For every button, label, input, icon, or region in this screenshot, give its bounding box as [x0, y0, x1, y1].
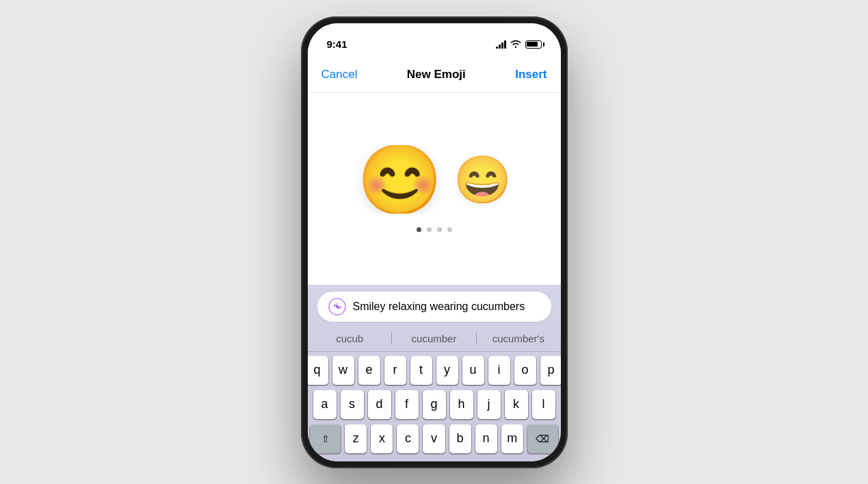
key-n[interactable]: n	[475, 424, 497, 453]
cancel-button[interactable]: Cancel	[321, 68, 358, 81]
insert-button[interactable]: Insert	[515, 68, 547, 81]
key-l[interactable]: l	[532, 390, 555, 419]
suggestion-1[interactable]: cucub	[308, 329, 392, 348]
status-bar: 9:41	[308, 23, 561, 58]
key-a[interactable]: a	[313, 390, 337, 419]
phone-frame: 9:41	[301, 16, 568, 468]
key-d[interactable]: d	[368, 390, 391, 419]
key-p[interactable]: p	[540, 356, 561, 385]
key-row-2: a s d f g h j k l	[311, 390, 558, 419]
wifi-icon	[510, 40, 521, 49]
keys-area: q w e r t y u i o p a s d f g h	[308, 352, 561, 461]
key-i[interactable]: i	[488, 356, 510, 385]
suggestions-row: cucub cucumber cucumber's	[308, 326, 561, 352]
battery-icon	[525, 40, 542, 49]
carousel-dots	[417, 227, 452, 232]
key-row-1: q w e r t y u i o p	[311, 356, 558, 385]
key-o[interactable]: o	[514, 356, 536, 385]
emoji-secondary-display: 😄	[453, 156, 512, 203]
dot-3[interactable]	[437, 227, 442, 232]
emoji-display-area: 😊 😄	[308, 93, 561, 285]
key-c[interactable]: c	[397, 424, 419, 453]
key-q[interactable]: q	[308, 356, 328, 385]
key-t[interactable]: t	[410, 356, 432, 385]
key-w[interactable]: w	[332, 356, 354, 385]
key-shift[interactable]: ⇧	[310, 424, 341, 453]
input-text: Smiley relaxing wearing cucumbers	[353, 301, 540, 313]
nav-bar: Cancel New Emoji Insert	[308, 58, 561, 93]
key-u[interactable]: u	[462, 356, 484, 385]
key-b[interactable]: b	[449, 424, 471, 453]
signal-icon	[496, 40, 506, 49]
phone-screen: 9:41	[308, 23, 561, 461]
key-m[interactable]: m	[501, 424, 523, 453]
input-row: Smiley relaxing wearing cucumbers	[308, 285, 561, 326]
key-r[interactable]: r	[384, 356, 406, 385]
keyboard-area: Smiley relaxing wearing cucumbers cucub …	[308, 285, 561, 461]
dot-1[interactable]	[417, 227, 421, 232]
key-row-3: ⇧ z x c v b n m ⌫	[311, 424, 558, 453]
key-g[interactable]: g	[423, 390, 446, 419]
suggestion-3[interactable]: cucumber's	[476, 329, 560, 348]
key-f[interactable]: f	[395, 390, 419, 419]
input-field[interactable]: Smiley relaxing wearing cucumbers	[317, 292, 551, 322]
key-z[interactable]: z	[345, 424, 367, 453]
key-k[interactable]: k	[505, 390, 528, 419]
key-h[interactable]: h	[450, 390, 473, 419]
key-e[interactable]: e	[358, 356, 380, 385]
dot-2[interactable]	[427, 227, 432, 232]
key-backspace[interactable]: ⌫	[527, 424, 558, 453]
emoji-main-display: 😊	[357, 145, 443, 214]
emoji-carousel: 😊 😄	[321, 145, 547, 214]
ai-icon	[328, 298, 346, 316]
suggestion-2[interactable]: cucumber	[392, 329, 476, 348]
key-j[interactable]: j	[477, 390, 501, 419]
page-title: New Emoji	[407, 68, 466, 81]
key-s[interactable]: s	[341, 390, 364, 419]
dot-4[interactable]	[447, 227, 452, 232]
key-x[interactable]: x	[371, 424, 393, 453]
key-v[interactable]: v	[423, 424, 445, 453]
status-time: 9:41	[327, 38, 347, 50]
key-y[interactable]: y	[436, 356, 458, 385]
status-icons	[496, 40, 542, 49]
